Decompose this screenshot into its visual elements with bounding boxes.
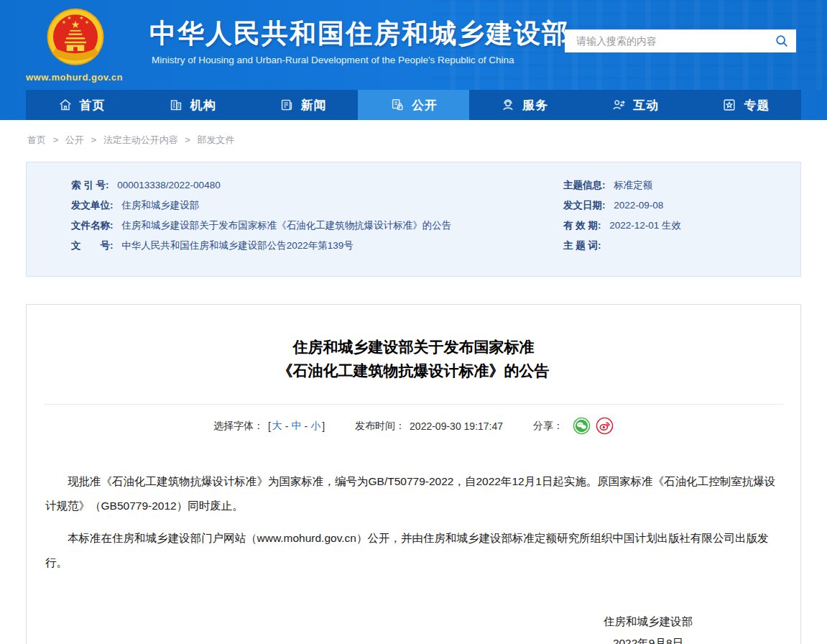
svg-text:★: ★	[80, 15, 84, 20]
signature-date: 2022年9月8日	[604, 632, 693, 644]
signature-inner: 住房和城乡建设部 2022年9月8日	[604, 611, 693, 644]
publish-time-label: 发布时间：	[355, 420, 405, 433]
nav-item-org[interactable]: 机构	[137, 90, 247, 120]
nav-item-service[interactable]: 服务	[469, 90, 580, 120]
site-subtitle: Ministry of Housing and Urban-Rural Deve…	[152, 55, 514, 65]
nav-item-home[interactable]: 首页	[26, 90, 137, 120]
breadcrumb-separator: >	[185, 134, 190, 145]
paragraph: 本标准在住房和城乡建设部门户网站（www.mohurd.gov.cn）公开，并由…	[45, 526, 782, 575]
info-panel-left: 索 引 号: 000013338/2022-00480 发文单位: 住房和城乡建…	[71, 180, 563, 276]
info-label: 发文单位:	[71, 200, 114, 211]
info-value: 标准定额	[614, 180, 652, 190]
main-nav: 首页 机构 新闻	[26, 90, 801, 120]
info-row-index-number: 索 引 号: 000013338/2022-00480	[71, 180, 563, 190]
nav-item-label: 新闻	[301, 97, 327, 114]
breadcrumb-current: 部发文件	[198, 134, 235, 145]
breadcrumb-home[interactable]: 首页	[27, 134, 46, 145]
info-label: 发文日期:	[563, 200, 606, 211]
info-label: 文 号:	[71, 240, 114, 251]
article-title: 住房和城乡建设部关于发布国家标准 《石油化工建筑物抗爆设计标准》的公告	[27, 335, 800, 382]
bracket-open: [	[268, 420, 271, 432]
info-row-document-number: 文 号: 中华人民共和国住房和城乡建设部公告2022年第139号	[71, 240, 563, 251]
svg-text:★: ★	[71, 19, 80, 30]
info-label: 主题信息:	[563, 180, 606, 190]
article-panel: 住房和城乡建设部关于发布国家标准 《石油化工建筑物抗爆设计标准》的公告 选择字体…	[26, 304, 801, 644]
site-title: 中华人民共和国住房和城乡建设部	[149, 16, 570, 52]
nav-item-interaction[interactable]: 互动	[580, 90, 690, 120]
site-url: www.mohurd.gov.cn	[26, 72, 123, 83]
info-label: 主 题 词:	[563, 240, 601, 251]
disclosure-doc-lock-icon	[389, 97, 405, 113]
nav-item-disclosure[interactable]: 公开	[358, 90, 468, 120]
search-input[interactable]	[575, 34, 775, 47]
signature-org: 住房和城乡建设部	[604, 611, 693, 632]
breadcrumb-separator: >	[53, 134, 59, 145]
signature-block: 住房和城乡建设部 2022年9月8日	[27, 611, 800, 644]
font-selector-label: 选择字体：	[213, 420, 264, 433]
header-inner: ★ ★ ★ ★ ★ www.mohurd.gov.cn 中华人民共和国住房和城乡…	[26, 0, 801, 90]
info-row-document-name: 文件名称: 住房和城乡建设部关于发布国家标准《石油化工建筑物抗爆设计标准》的公告	[71, 220, 563, 231]
nav-item-label: 机构	[190, 97, 216, 114]
info-value: 2022-09-08	[614, 200, 663, 211]
breadcrumb-separator: >	[91, 134, 96, 145]
search-box	[565, 29, 796, 52]
info-value: 住房和城乡建设部关于发布国家标准《石油化工建筑物抗爆设计标准》的公告	[121, 220, 451, 231]
nav-item-label: 服务	[522, 97, 548, 114]
org-building-icon	[168, 97, 184, 113]
info-row-topic-info: 主题信息: 标准定额	[563, 180, 800, 190]
article-title-line1: 住房和城乡建设部关于发布国家标准	[27, 335, 800, 359]
search-icon[interactable]	[775, 34, 789, 48]
nav-item-news[interactable]: 新闻	[247, 90, 358, 120]
svg-text:★: ★	[85, 19, 89, 24]
info-panel-right: 主题信息: 标准定额 发文日期: 2022-09-08 有 效 期: 2022-…	[563, 180, 800, 276]
svg-text:★: ★	[62, 19, 66, 24]
nav-item-label: 首页	[80, 97, 106, 114]
nav-item-label: 互动	[633, 97, 659, 114]
font-size-selector: 选择字体： [ 大 - 中 - 小 ]	[213, 420, 325, 433]
paragraph: 现批准《石油化工建筑物抗爆设计标准》为国家标准，编号为GB/T50779-202…	[45, 469, 782, 518]
info-value: 住房和城乡建设部	[121, 200, 199, 211]
info-row-issuing-unit: 发文单位: 住房和城乡建设部	[71, 200, 563, 211]
wechat-share-icon[interactable]	[573, 417, 591, 435]
breadcrumb: 首页 > 公开 > 法定主动公开内容 > 部发文件	[27, 134, 827, 147]
info-row-issue-date: 发文日期: 2022-09-08	[563, 200, 800, 211]
font-size-medium[interactable]: 中	[292, 420, 302, 433]
info-value: 2022-12-01 生效	[609, 220, 681, 231]
breadcrumb-disclosure[interactable]: 公开	[65, 134, 84, 145]
share-label: 分享：	[533, 420, 563, 433]
info-value: 000013338/2022-00480	[117, 180, 220, 190]
article-meta-row: 选择字体： [ 大 - 中 - 小 ] 发布时间： 2022-09-30 19:…	[27, 417, 800, 435]
font-size-dash: -	[285, 420, 289, 432]
font-size-dash: -	[305, 420, 308, 432]
article-body: 现批准《石油化工建筑物抗爆设计标准》为国家标准，编号为GB/T50779-202…	[45, 469, 782, 575]
font-size-large[interactable]: 大	[272, 420, 282, 433]
site-header: ★ ★ ★ ★ ★ www.mohurd.gov.cn 中华人民共和国住房和城乡…	[0, 0, 827, 120]
info-label: 索 引 号:	[71, 180, 109, 190]
article-title-line2: 《石油化工建筑物抗爆设计标准》的公告	[27, 359, 800, 382]
document-info-panel: 索 引 号: 000013338/2022-00480 发文单位: 住房和城乡建…	[26, 162, 801, 277]
service-person-icon	[500, 97, 516, 113]
publish-time-value: 2022-09-30 19:17:47	[410, 420, 503, 432]
title-divider	[44, 404, 783, 405]
info-row-keywords: 主 题 词:	[563, 240, 800, 251]
interaction-arrows-icon	[611, 97, 627, 113]
weibo-share-icon[interactable]	[596, 417, 614, 435]
nav-item-label: 专题	[744, 97, 770, 114]
svg-text:★: ★	[68, 15, 72, 20]
home-icon	[57, 97, 73, 113]
bracket-close: ]	[322, 420, 325, 432]
topics-star-icon	[721, 97, 737, 113]
info-value: 中华人民共和国住房和城乡建设部公告2022年第139号	[121, 240, 354, 251]
nav-item-topics[interactable]: 专题	[690, 90, 801, 120]
info-label: 文件名称:	[71, 220, 114, 231]
nav-item-label: 公开	[412, 97, 438, 114]
publish-time: 发布时间： 2022-09-30 19:17:47	[355, 420, 503, 433]
share-group: 分享：	[533, 417, 614, 435]
breadcrumb-statutory-content[interactable]: 法定主动公开内容	[103, 134, 178, 145]
national-emblem-logo: ★ ★ ★ ★ ★	[42, 6, 109, 73]
news-icon	[279, 97, 295, 113]
font-size-small[interactable]: 小	[310, 420, 320, 433]
info-row-validity: 有 效 期: 2022-12-01 生效	[563, 220, 800, 231]
info-label: 有 效 期:	[563, 220, 601, 231]
page: ★ ★ ★ ★ ★ www.mohurd.gov.cn 中华人民共和国住房和城乡…	[0, 0, 827, 644]
